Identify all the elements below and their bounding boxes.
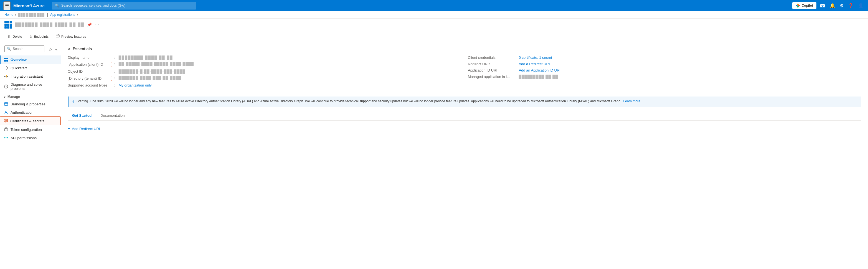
overview-icon [4, 57, 8, 62]
toolbar: 🗑 Delete ⊙ Endpoints Preview features [0, 31, 868, 42]
copilot-icon [796, 3, 800, 8]
svg-point-18 [4, 137, 5, 139]
global-search-input[interactable] [61, 4, 193, 7]
redirect-uris-link[interactable]: Add a Redirect URI [519, 62, 550, 66]
notifications-button[interactable]: 🔔 [829, 2, 836, 9]
top-nav-right-controls: Copilot 📧 🔔 ⚙ ❓ 👤 [792, 2, 865, 9]
essentials-app-id-uri: Application ID URI : Add an Application … [468, 67, 861, 73]
svg-rect-12 [4, 102, 8, 106]
essentials-client-creds: Client credentials : 0 certificate, 1 se… [468, 54, 861, 61]
sidebar-item-diagnose-label: Diagnose and solve problems [10, 82, 57, 91]
tab-get-started[interactable]: Get Started [68, 111, 96, 120]
breadcrumb-pipe: | [47, 13, 48, 17]
account-button[interactable]: 👤 [857, 2, 865, 9]
essentials-client-id: Application (client) ID : ██-█████-████-… [68, 61, 461, 68]
diagnose-icon [4, 84, 8, 89]
learn-more-link[interactable]: Learn more [623, 99, 640, 103]
sidebar-item-integration[interactable]: Integration assistant [0, 72, 61, 81]
sidebar-item-api[interactable]: API permissions [0, 134, 61, 142]
sidebar-manage-header[interactable]: ∨ Manage [0, 93, 61, 100]
sidebar-item-cert-label: Certificates & secrets [10, 119, 44, 123]
svg-point-19 [7, 137, 8, 139]
branding-icon [4, 102, 8, 106]
content-tabs: Get Started Documentation [68, 111, 861, 121]
breadcrumb-sep1: › [15, 13, 16, 17]
breadcrumb-home[interactable]: Home [4, 13, 13, 17]
delete-button[interactable]: 🗑 Delete [4, 33, 25, 40]
hamburger-menu-button[interactable]: ☰ [3, 1, 10, 10]
main-layout: 🔍 ◇ « Overview Quickstart Integration as… [0, 42, 868, 269]
app-id-uri-link[interactable]: Add an Application ID URI [519, 68, 560, 72]
settings-button[interactable]: ⚙ [839, 2, 845, 9]
search-icon: 🔍 [55, 4, 59, 7]
essentials-redirect-uris: Redirect URIs : Add a Redirect URI [468, 61, 861, 67]
sidebar-item-certificates[interactable]: Certificates & secrets [0, 117, 61, 125]
sidebar-item-quickstart[interactable]: Quickstart [0, 64, 61, 72]
quickstart-icon [4, 66, 8, 70]
svg-rect-6 [6, 58, 8, 59]
sidebar-item-overview-label: Overview [10, 58, 27, 62]
add-redirect-uri-button[interactable]: + Add Redirect URI [68, 125, 100, 132]
preview-features-button[interactable]: Preview features [53, 33, 89, 40]
info-icon: ℹ [72, 99, 74, 104]
global-search-box: 🔍 [52, 2, 196, 9]
info-banner: ℹ Starting June 30th, 2020 we will no lo… [68, 96, 861, 107]
essentials-header: ∧ Essentials [68, 47, 861, 51]
delete-icon: 🗑 [7, 35, 11, 38]
azure-title: Microsoft Azure [13, 3, 45, 8]
info-banner-text: Starting June 30th, 2020 we will no long… [76, 99, 640, 103]
essentials-managed-app: Managed application in l... : █████████ … [468, 73, 861, 80]
essentials-tenant-id: Directory (tenant) ID : ███████-████-███… [68, 74, 461, 82]
essentials-grid: Display name : ████████ ████ ██ ██ Appli… [68, 54, 861, 92]
essentials-object-id: Object ID : ███████-█.██-████-███-████ [68, 68, 461, 74]
endpoints-icon: ⊙ [29, 35, 32, 38]
sidebar-item-auth-label: Authentication [10, 110, 33, 115]
sidebar-item-quickstart-label: Quickstart [10, 66, 27, 70]
sidebar-item-branding-label: Branding & properties [10, 102, 45, 106]
essentials-chevron-icon[interactable]: ∧ [68, 47, 70, 51]
account-types-link[interactable]: My organization only [119, 83, 152, 87]
sidebar-item-diagnose[interactable]: Diagnose and solve problems [0, 81, 61, 93]
essentials-right: Client credentials : 0 certificate, 1 se… [468, 54, 861, 88]
endpoints-button[interactable]: ⊙ Endpoints [26, 33, 52, 40]
breadcrumb-sep2: › [77, 13, 78, 17]
help-button[interactable]: ❓ [847, 2, 855, 9]
display-name-value: ████████ ████ ██ ██ [119, 56, 173, 60]
sidebar-filter-button[interactable]: ◇ [48, 47, 53, 52]
svg-point-3 [797, 6, 799, 7]
sidebar-item-branding[interactable]: Branding & properties [0, 100, 61, 108]
pin-button[interactable]: 📌 [87, 23, 92, 27]
sidebar-search-input[interactable] [13, 47, 42, 51]
feedback-button[interactable]: 📧 [819, 2, 827, 9]
client-id-label: Application (client) ID [68, 62, 112, 67]
app-title-blurred: ███████ ████ ████ ██ ██ [15, 23, 84, 27]
sidebar-item-api-label: API permissions [10, 136, 37, 140]
sidebar-item-token[interactable]: Token configuration [0, 125, 61, 134]
svg-point-2 [797, 4, 799, 5]
tab-documentation[interactable]: Documentation [96, 111, 129, 120]
cert-icon [4, 119, 8, 123]
svg-rect-5 [4, 58, 6, 59]
svg-point-9 [4, 76, 5, 77]
svg-point-13 [5, 111, 7, 113]
object-id-value: ███████-█.██-████-███-████ [119, 69, 185, 73]
redirect-section: + Add Redirect URI [68, 125, 861, 132]
sidebar-collapse-button[interactable]: « [54, 47, 59, 52]
breadcrumb-app-registrations[interactable]: App registrations [50, 13, 75, 17]
breadcrumb-tenant[interactable]: ██████████ [18, 13, 45, 17]
managed-app-value: █████████ ██ ██ [519, 74, 558, 79]
client-creds-link[interactable]: 0 certificate, 1 secret [519, 56, 552, 60]
svg-rect-14 [4, 119, 7, 122]
sidebar-item-integration-label: Integration assistant [10, 74, 43, 79]
tenant-id-label: Directory (tenant) ID [68, 76, 112, 81]
sidebar-search-box: 🔍 [4, 46, 44, 52]
manage-chevron-icon: ∨ [3, 95, 6, 99]
copilot-button[interactable]: Copilot [792, 2, 816, 9]
sidebar-item-overview[interactable]: Overview [0, 56, 61, 64]
sidebar-item-authentication[interactable]: Authentication [0, 108, 61, 117]
ellipsis-button[interactable]: ··· [95, 22, 100, 27]
main-content: ∧ Essentials Display name : ████████ ███… [61, 42, 868, 269]
svg-rect-17 [6, 129, 6, 130]
app-header: ███████ ████ ████ ██ ██ 📌 ··· [0, 19, 868, 31]
sidebar-search-icon: 🔍 [7, 47, 11, 51]
